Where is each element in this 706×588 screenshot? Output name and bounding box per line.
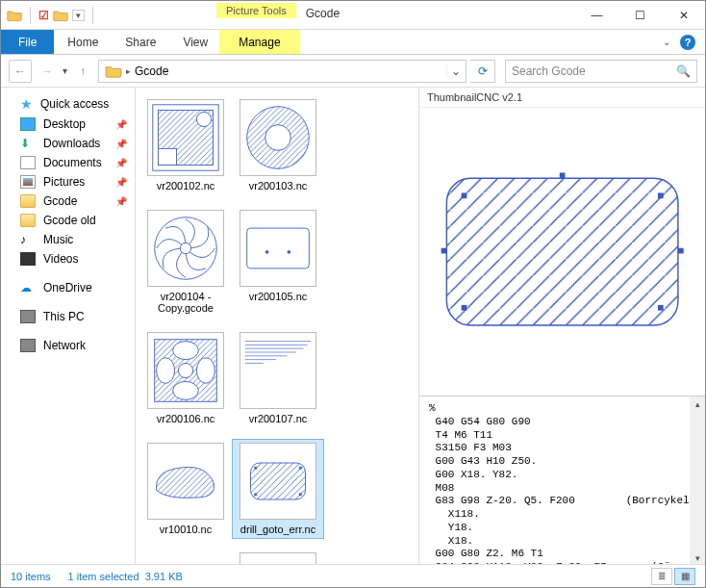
sidebar-item-label: Documents — [43, 156, 102, 169]
file-name: vr200107.nc — [234, 413, 322, 425]
titlebar: ☑ ▾ Picture Tools Gcode — ☐ ✕ — [1, 1, 705, 30]
maximize-button[interactable]: ☐ — [618, 1, 662, 29]
sidebar-item-videos[interactable]: Videos — [3, 249, 133, 268]
file-name: vr10010.nc — [141, 524, 230, 536]
search-input[interactable]: Search Gcode 🔍 — [505, 60, 697, 83]
up-button[interactable]: ↑ — [71, 60, 94, 83]
pc-icon — [20, 310, 36, 323]
thumbnails-view-button[interactable]: ▦ — [674, 568, 695, 585]
sidebar-item-label: Network — [43, 339, 86, 352]
network-icon — [20, 339, 36, 352]
svg-rect-43 — [560, 172, 566, 178]
file-item[interactable]: vr10010.nc — [139, 439, 232, 540]
scrollbar[interactable]: ▴ ▾ — [690, 396, 705, 566]
svg-rect-36 — [446, 178, 678, 325]
ribbon-tabs: File Home Share View Manage ⌄ ? — [1, 30, 705, 55]
status-bar: 10 items 1 item selected 3.91 KB ≣ ▦ — [1, 564, 705, 587]
preview-thumbnail — [419, 108, 705, 396]
tab-manage[interactable]: Manage — [219, 30, 299, 54]
tab-view[interactable]: View — [169, 30, 221, 54]
sidebar-onedrive[interactable]: ☁ OneDrive — [3, 278, 133, 297]
file-name: vr200103.nc — [234, 180, 322, 192]
sidebar-item-documents[interactable]: Documents 📌 — [3, 153, 133, 172]
file-item[interactable]: vr200102.nc — [139, 95, 232, 196]
music-icon: ♪ — [20, 233, 36, 246]
sidebar-network[interactable]: Network — [3, 336, 133, 355]
file-item[interactable]: vr200103.nc — [232, 95, 324, 196]
svg-point-5 — [265, 125, 291, 151]
window-controls: — ☐ ✕ — [575, 1, 705, 29]
status-selection: 1 item selected 3.91 KB — [68, 571, 183, 582]
svg-rect-3 — [159, 148, 177, 165]
file-thumbnail — [240, 443, 316, 520]
preview-title: ThumbnailCNC v2.1 — [419, 88, 705, 108]
sidebar-item-pictures[interactable]: Pictures 📌 — [3, 172, 133, 192]
minimize-button[interactable]: — — [575, 1, 618, 29]
help-icon[interactable]: ? — [680, 35, 695, 50]
svg-point-10 — [288, 250, 291, 254]
file-thumbnail — [240, 99, 316, 176]
svg-rect-37 — [461, 192, 466, 198]
ribbon-expand-icon[interactable]: ⌄ — [663, 37, 670, 47]
content-area: vr200102.nc vr200103.nc vr200104 - Copy.… — [136, 88, 705, 566]
file-item[interactable]: vr200106.nc — [139, 328, 232, 429]
sidebar-item-music[interactable]: ♪ Music — [3, 230, 133, 249]
sidebar-item-gcode[interactable]: Gcode 📌 — [3, 192, 133, 211]
file-item[interactable]: vr200105.nc — [232, 206, 324, 319]
scroll-up-icon[interactable]: ▴ — [690, 396, 705, 412]
svg-rect-42 — [678, 248, 684, 254]
breadcrumb-segment[interactable]: Gcode — [131, 64, 172, 78]
tab-home[interactable]: Home — [54, 30, 112, 54]
svg-point-2 — [196, 112, 211, 126]
svg-rect-27 — [254, 493, 257, 496]
divider — [30, 7, 31, 24]
sidebar-item-label: This PC — [43, 310, 85, 323]
qat-dropdown-icon[interactable]: ▾ — [72, 10, 85, 21]
back-button[interactable]: ← — [9, 60, 32, 83]
file-item[interactable]: drill_goto_err.nc — [232, 439, 324, 540]
star-icon: ★ — [20, 96, 33, 112]
address-dropdown-icon[interactable]: ⌄ — [446, 64, 464, 78]
svg-point-13 — [173, 342, 199, 360]
sidebar-item-gcode-old[interactable]: Gcode old — [3, 211, 133, 230]
svg-point-7 — [180, 243, 190, 253]
address-bar[interactable]: ▸ Gcode ⌄ — [98, 60, 466, 83]
preview-text[interactable]: % G40 G54 G80 G90 T4 M6 T11 S3150 F3 M03… — [419, 396, 705, 566]
svg-point-16 — [196, 358, 214, 384]
pin-icon: 📌 — [115, 158, 127, 168]
svg-rect-26 — [299, 466, 302, 469]
svg-rect-28 — [299, 493, 302, 496]
search-placeholder: Search Gcode — [512, 64, 586, 78]
pin-icon: 📌 — [115, 177, 127, 188]
sidebar-quick-access[interactable]: ★ Quick access — [3, 93, 133, 115]
sidebar-this-pc[interactable]: This PC — [3, 307, 133, 326]
file-item[interactable]: vr200107.nc — [232, 328, 324, 429]
file-name: vr200102.nc — [141, 180, 230, 192]
file-thumbnail — [240, 210, 316, 287]
sidebar-item-desktop[interactable]: Desktop 📌 — [3, 115, 133, 134]
pin-icon: 📌 — [115, 119, 127, 130]
details-view-button[interactable]: ≣ — [651, 568, 672, 585]
search-icon: 🔍 — [676, 64, 691, 78]
file-item[interactable]: vr200104 - Copy.gcode — [139, 206, 232, 319]
folder-icon — [7, 9, 22, 22]
desktop-icon — [20, 117, 36, 131]
close-button[interactable]: ✕ — [662, 1, 705, 29]
pin-icon: 📌 — [115, 196, 127, 207]
tab-share[interactable]: Share — [112, 30, 169, 54]
qat-check-icon[interactable]: ☑ — [38, 9, 49, 22]
history-dropdown-icon[interactable]: ▾ — [63, 65, 67, 76]
svg-point-12 — [178, 363, 192, 377]
navigation-pane: ★ Quick access Desktop 📌 ⬇ Downloads 📌 D… — [1, 88, 136, 566]
sidebar-item-downloads[interactable]: ⬇ Downloads 📌 — [3, 134, 133, 153]
file-name: vr200104 - Copy.gcode — [141, 291, 230, 315]
refresh-button[interactable]: ⟳ — [470, 60, 495, 83]
file-tab[interactable]: File — [1, 30, 54, 54]
svg-rect-24 — [251, 463, 306, 499]
sidebar-item-label: Gcode — [43, 194, 77, 208]
sidebar-item-label: Desktop — [43, 117, 86, 131]
sidebar-item-label: Downloads — [43, 137, 100, 150]
file-grid[interactable]: vr200102.nc vr200103.nc vr200104 - Copy.… — [136, 88, 418, 566]
forward-button[interactable]: → — [36, 60, 59, 83]
folder-icon[interactable] — [53, 9, 68, 22]
